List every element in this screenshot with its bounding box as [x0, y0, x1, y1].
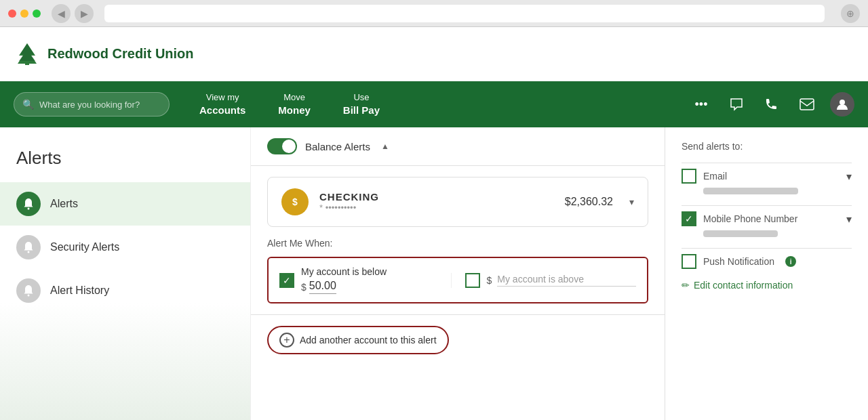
search-icon: 🔍 — [22, 99, 34, 110]
edit-pencil-icon: ✏ — [682, 280, 690, 291]
nav-bill-pay-bold: Bill Pay — [343, 104, 380, 117]
nav-mail-icon[interactable] — [795, 92, 819, 117]
svg-point-5 — [28, 208, 30, 210]
traffic-light-green[interactable] — [33, 9, 41, 18]
alert-conditions-box: ✓ My account is below $ 50.00 — [267, 257, 648, 303]
sidebar-history-icon — [16, 278, 41, 303]
back-button[interactable]: ◀ — [52, 4, 71, 23]
nav-move-money[interactable]: Move Money — [262, 92, 327, 117]
account-type: CHECKING — [319, 191, 554, 203]
nav-view-accounts-small: View my — [206, 92, 239, 104]
push-label: Push Notification — [703, 256, 774, 267]
push-option: Push Notification i — [682, 254, 852, 269]
nav-phone-icon[interactable] — [760, 92, 784, 117]
toggle-knob — [282, 140, 296, 153]
account-card[interactable]: $ CHECKING * •••••••••• $2,360.32 ▾ — [267, 177, 648, 227]
mobile-dropdown-chevron: ▾ — [846, 213, 852, 226]
edit-contact-label: Edit contact information — [694, 280, 793, 291]
nav-view-accounts-bold: Accounts — [199, 104, 245, 117]
nav-bill-pay-small: Use — [353, 92, 369, 104]
sidebar: Alerts Alerts Security Alerts — [0, 127, 251, 420]
sidebar-item-alerts[interactable]: Alerts — [0, 182, 250, 226]
browser-search-icon[interactable]: ⊕ — [841, 4, 860, 23]
mobile-checkbox[interactable]: ✓ — [682, 211, 696, 226]
account-balance: $2,360.32 — [565, 196, 613, 208]
condition-above: $ My account is above — [451, 273, 637, 288]
nav-icons: ••• — [689, 92, 854, 117]
sidebar-history-label: Alert History — [50, 285, 109, 297]
address-bar[interactable] — [104, 5, 825, 22]
push-option-row: Push Notification i — [682, 254, 852, 269]
logo: Redwood Credit Union — [14, 41, 194, 68]
nav-move-money-bold: Money — [278, 104, 311, 117]
nav-bill-pay[interactable]: Use Bill Pay — [327, 92, 396, 117]
condition-below: ✓ My account is below $ 50.00 — [279, 266, 451, 294]
mobile-masked-value — [703, 230, 778, 237]
header-top: Redwood Credit Union — [0, 27, 868, 81]
svg-rect-2 — [25, 61, 29, 65]
logo-icon — [14, 41, 41, 68]
browser-icons: ⊕ — [841, 4, 860, 23]
search-placeholder: What are you looking for? — [39, 100, 140, 110]
condition-above-checkbox[interactable] — [465, 273, 480, 288]
condition-above-label[interactable]: My account is above — [497, 274, 636, 287]
content-area: Balance Alerts ▲ $ CHECKING * ••••••••• — [251, 127, 665, 420]
sidebar-item-alert-history[interactable]: Alert History — [0, 269, 250, 312]
mobile-option-row: ✓ Mobile Phone Number ▾ — [682, 211, 852, 226]
mobile-label: Mobile Phone Number — [703, 213, 797, 224]
condition-below-checkbox[interactable]: ✓ — [279, 273, 294, 288]
browser-chrome: ◀ ▶ ⊕ — [0, 0, 868, 27]
svg-text:$: $ — [292, 196, 298, 207]
traffic-light-yellow[interactable] — [20, 9, 28, 18]
sidebar-alerts-icon — [16, 192, 41, 216]
browser-nav: ◀ ▶ — [52, 4, 94, 23]
email-dropdown-chevron: ▾ — [846, 170, 852, 183]
sidebar-alerts-label: Alerts — [50, 198, 78, 210]
condition-below-label: My account is below — [301, 266, 387, 277]
email-masked-value — [703, 188, 798, 194]
alert-me-when-label: Alert Me When: — [267, 238, 648, 249]
nav-links: View my Accounts Move Money Use Bill Pay — [183, 92, 396, 117]
condition-above-text: $ My account is above — [487, 274, 637, 287]
nav-view-accounts[interactable]: View my Accounts — [183, 92, 262, 117]
below-dollar-sign: $ — [301, 282, 307, 293]
below-amount-value[interactable]: 50.00 — [309, 280, 336, 294]
balance-alerts-chevron: ▲ — [381, 142, 389, 151]
nav-user-icon[interactable] — [830, 92, 854, 117]
forward-button[interactable]: ▶ — [75, 4, 94, 23]
divider-bot — [682, 248, 852, 249]
edit-contact-link[interactable]: ✏ Edit contact information — [682, 280, 852, 291]
email-checkbox[interactable] — [682, 169, 696, 184]
nav-chat-icon[interactable] — [724, 92, 749, 117]
add-account-button[interactable]: + Add another account to this alert — [267, 326, 449, 354]
main-layout: Alerts Alerts Security Alerts — [0, 127, 868, 420]
send-alerts-label: Send alerts to: — [682, 141, 852, 152]
app-container: Redwood Credit Union 🔍 What are you look… — [0, 27, 868, 420]
svg-point-7 — [28, 295, 30, 297]
sidebar-title: Alerts — [0, 141, 250, 182]
email-option: Email ▾ — [682, 169, 852, 194]
svg-point-6 — [28, 251, 30, 253]
sidebar-security-icon — [16, 235, 41, 259]
nav-bar: 🔍 What are you looking for? View my Acco… — [0, 81, 868, 127]
balance-alerts-toggle[interactable] — [267, 138, 297, 154]
balance-alerts-label: Balance Alerts — [305, 141, 370, 152]
push-checkbox[interactable] — [682, 254, 696, 269]
balance-alerts-bar: Balance Alerts ▲ — [251, 127, 665, 166]
traffic-lights — [8, 9, 41, 18]
condition-below-amount: $ 50.00 — [301, 280, 387, 294]
condition-below-text: My account is below $ 50.00 — [301, 266, 387, 294]
traffic-light-red[interactable] — [8, 9, 16, 18]
nav-move-money-small: Move — [283, 92, 305, 104]
nav-more-icon[interactable]: ••• — [689, 92, 713, 117]
divider-mid — [682, 205, 852, 206]
sidebar-item-security-alerts[interactable]: Security Alerts — [0, 226, 250, 269]
email-label: Email — [703, 171, 727, 182]
above-dollar-sign: $ — [487, 275, 492, 286]
svg-rect-3 — [800, 99, 814, 110]
svg-point-4 — [840, 100, 845, 105]
push-info-icon[interactable]: i — [785, 256, 796, 267]
add-account-label: Add another account to this alert — [300, 335, 437, 345]
account-chevron-icon: ▾ — [629, 196, 634, 207]
search-box[interactable]: 🔍 What are you looking for? — [14, 92, 170, 117]
